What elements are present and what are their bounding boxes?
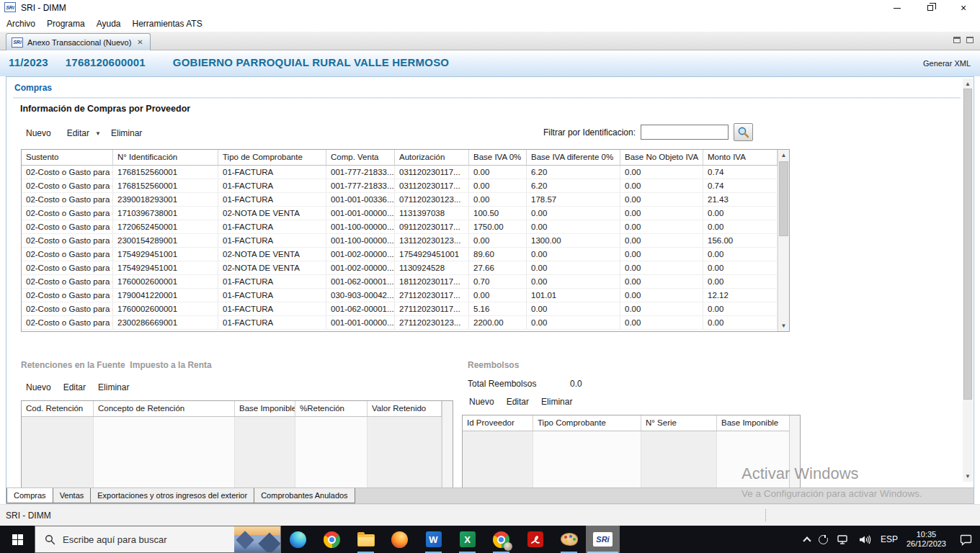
taskbar-edge[interactable] [281,526,315,553]
table-row[interactable]: 02-Costo o Gasto para d...17600026000010… [22,302,789,316]
minimize-icon [894,8,901,9]
col-sustento[interactable]: Sustento [22,150,113,165]
table-cell: 1710396738001 [113,207,218,220]
col-comp-venta[interactable]: Comp. Venta [326,150,395,165]
taskbar-chrome[interactable] [315,526,349,553]
restore-button[interactable] [914,0,947,16]
language-indicator[interactable]: ESP [881,534,898,544]
filter-label: Filtrar por Identificacion: [543,127,636,138]
table-row[interactable]: 02-Costo o Gasto para d...23002866690010… [22,316,789,330]
panel-scroll-down-icon[interactable]: ▼ [963,471,973,482]
taskbar-chrome-profile[interactable] [484,526,518,553]
taskbar-word[interactable]: W [416,526,450,553]
mdi-minimize-icon[interactable] [953,37,961,43]
taskbar-clock[interactable]: 10:35 26/12/2023 [906,530,946,549]
table-cell: 271120230117... [395,302,469,315]
menu-programa[interactable]: Programa [47,19,85,29]
table-cell: 02-Costo o Gasto para d... [22,179,113,192]
table-row[interactable]: 02-Costo o Gasto para d...17681525600010… [22,166,789,179]
volume-icon[interactable] [858,534,872,545]
table-cell: 030-903-00042... [326,289,395,302]
table-cell: 1750.00 [469,220,527,233]
col-monto-iva[interactable]: Monto IVA [703,150,778,165]
table-cell: 0.00 [469,193,527,206]
col-id-proveedor[interactable]: Id Proveedor [463,415,533,431]
close-button[interactable]: × [947,0,980,16]
col-n-serie[interactable]: N° Serie [641,415,717,431]
menu-herramientas-ats[interactable]: Herramientas ATS [133,19,202,29]
table-row[interactable]: 02-Costo o Gasto para d...23001542890010… [22,234,789,248]
taskbar-file-explorer[interactable] [349,526,383,553]
ret-eliminar-button[interactable]: Eliminar [98,382,129,392]
panel-scroll-thumb[interactable] [963,89,972,400]
tab-exportaciones[interactable]: Exportaciones y otros ingresos del exter… [90,488,254,503]
ret-nuevo-button[interactable]: Nuevo [26,382,51,392]
col-valor-retenido[interactable]: Valor Retenido [368,401,442,416]
table-row[interactable]: 02-Costo o Gasto para d...17103967380010… [22,207,789,220]
panel-scroll-up-icon[interactable]: ▲ [963,78,973,89]
table-cell: 0.00 [469,234,527,247]
col-base-imponible-reem[interactable]: Base Imponible [717,415,792,431]
nuevo-button[interactable]: Nuevo [26,128,51,138]
taskbar-search-box[interactable]: Escribe aquí para buscar [35,526,281,553]
table-row[interactable]: 02-Costo o Gasto para d...17900412200010… [22,289,789,302]
filter-search-button[interactable] [734,123,753,141]
reem-editar-button[interactable]: Editar [507,397,529,407]
mdi-maximize-icon[interactable] [966,37,974,43]
compras-table-scrollbar[interactable]: ▲ ▼ [778,150,789,331]
table-cell: 0.00 [527,248,620,261]
panel-scrollbar[interactable]: ▲ ▼ [963,78,973,482]
news-weather-image[interactable] [234,526,280,552]
col-base-no-objeto[interactable]: Base No Objeto IVA [620,150,703,165]
table-row[interactable]: 02-Costo o Gasto para d...17549294510010… [22,248,789,261]
col-base-iva-diferente[interactable]: Base IVA diferente 0% [527,150,620,165]
table-row[interactable]: 02-Costo o Gasto para d...17206524500010… [22,220,789,234]
col-tipo-comprobante[interactable]: Tipo de Comprobante [218,150,326,165]
table-row[interactable]: 02-Costo o Gasto para d...23900182930010… [22,193,789,207]
tab-comprobantes-anulados[interactable]: Comprobantes Anulados [254,488,355,503]
col-concepto[interactable]: Concepto de Retención [94,401,235,416]
menu-archivo[interactable]: Archivo [6,19,35,29]
table-cell: 01-FACTURA [218,166,326,179]
action-center-icon[interactable] [959,534,973,546]
taskbar-excel[interactable]: X [450,526,484,553]
start-button[interactable] [0,526,35,553]
col-tipo-comprobante-reem[interactable]: Tipo Comprobante [533,415,641,431]
editar-button[interactable]: Editar [67,128,89,138]
table-row[interactable]: 02-Costo o Gasto para d...17681525600010… [22,179,789,193]
col-identificacion[interactable]: N° Identificación [113,150,218,165]
taskbar-paint[interactable] [552,526,586,553]
reem-nuevo-button[interactable]: Nuevo [469,397,494,407]
scroll-up-icon[interactable]: ▲ [778,150,789,161]
col-cod-retencion[interactable]: Cod. Retención [22,401,94,416]
tab-close-icon[interactable]: ✕ [135,38,144,46]
sync-icon[interactable] [819,535,828,544]
menu-ayuda[interactable]: Ayuda [97,19,121,29]
generar-xml-button[interactable]: Generar XML [923,59,971,68]
col-base-imponible[interactable]: Base Imponible [235,401,295,416]
taskbar-sri-dimm[interactable]: SRi [586,526,620,553]
tab-compras[interactable]: Compras [6,488,53,503]
table-row[interactable]: 02-Costo o Gasto para d...17600026000010… [22,275,789,289]
filter-input[interactable] [641,125,729,140]
ret-editar-button[interactable]: Editar [63,382,86,392]
tab-anexo-transaccional[interactable]: SRi Anexo Transaccional (Nuevo) ✕ [6,33,151,50]
taskbar-acrobat[interactable] [518,526,552,553]
reem-eliminar-button[interactable]: Eliminar [541,397,572,407]
table-row[interactable]: 02-Costo o Gasto para d...17549294510010… [22,261,789,275]
scroll-down-icon[interactable]: ▼ [778,320,789,331]
firefox-icon [391,531,408,548]
minimize-button[interactable] [881,0,914,16]
network-icon[interactable] [837,534,850,545]
col-autorizacion[interactable]: Autorización [395,150,469,165]
scroll-thumb[interactable] [779,161,788,236]
col-base-iva-0[interactable]: Base IVA 0% [469,150,527,165]
eliminar-button[interactable]: Eliminar [111,128,142,138]
table-cell: 02-Costo o Gasto para d... [22,302,113,315]
col-pct-retencion[interactable]: %Retención [295,401,368,416]
table-cell: 0.00 [527,302,620,315]
hidden-icons-chevron-icon[interactable] [803,536,811,544]
taskbar-firefox[interactable] [383,526,416,553]
tab-ventas[interactable]: Ventas [53,488,92,503]
editar-dropdown-icon[interactable]: ▼ [95,130,101,137]
